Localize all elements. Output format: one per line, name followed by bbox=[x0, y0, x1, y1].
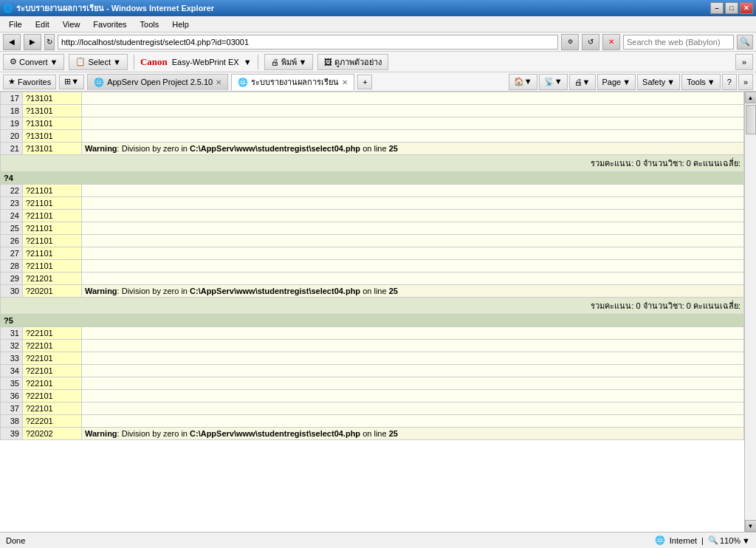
table-row: 36 ?22101 bbox=[1, 390, 744, 403]
print-button[interactable]: 🖨 พิมพ์ ▼ bbox=[264, 54, 314, 70]
close-button[interactable]: ✕ bbox=[740, 2, 753, 14]
row-number: 38 bbox=[1, 415, 23, 428]
row-data bbox=[82, 185, 744, 197]
row-code: ?22101 bbox=[23, 352, 82, 365]
zoom-arrow: ▼ bbox=[742, 536, 750, 545]
scroll-up-button[interactable]: ▲ bbox=[745, 92, 757, 103]
zoom-separator: | bbox=[701, 536, 704, 545]
row-number: 21 bbox=[1, 143, 23, 155]
easyweb-arrow[interactable]: ▼ bbox=[244, 58, 252, 66]
menu-view[interactable]: View bbox=[57, 18, 86, 30]
row-number: 18 bbox=[1, 105, 23, 117]
row-number: 34 bbox=[1, 365, 23, 377]
scroll-thumb[interactable] bbox=[746, 105, 756, 134]
print-label: พิมพ์ bbox=[281, 55, 297, 69]
view-toggle[interactable]: ⊞▼ bbox=[59, 75, 84, 89]
zoom-control[interactable]: 🔍 110% ▼ bbox=[708, 535, 750, 545]
help-button[interactable]: ? bbox=[722, 74, 737, 90]
convert-button[interactable]: ⚙ Convert ▼ bbox=[3, 54, 64, 70]
warning-text-3: Warning: Division by zero in C:\AppServ\… bbox=[85, 429, 398, 438]
table-row: 38 ?22201 bbox=[1, 415, 744, 428]
favorites-button[interactable]: ★ Favorites bbox=[3, 75, 56, 89]
row-number: 20 bbox=[1, 130, 23, 143]
table-row: 39 ?20202 Warning: Division by zero in C… bbox=[1, 428, 744, 440]
summary-text: รวมคะแนน: 0 จำนวนวิชา: 0 คะแนนเฉลี่ย: bbox=[1, 155, 744, 172]
preview-icon: 🖼 bbox=[324, 58, 332, 66]
tab-appserv-close[interactable]: ✕ bbox=[216, 78, 221, 86]
row-code: ?21101 bbox=[23, 235, 82, 247]
page-button[interactable]: Page ▼ bbox=[597, 74, 636, 90]
select-button[interactable]: 📋 Select ▼ bbox=[69, 54, 127, 70]
table-row: 19 ?13101 bbox=[1, 117, 744, 130]
row-number: 26 bbox=[1, 235, 23, 247]
search-go-button[interactable]: 🔍 bbox=[737, 35, 753, 49]
menu-tools[interactable]: Tools bbox=[134, 18, 165, 30]
tools-more-button[interactable]: » bbox=[735, 54, 753, 70]
table-row: 31 ?22101 bbox=[1, 327, 744, 340]
scrollbar-right[interactable]: ▲ ▼ bbox=[744, 92, 756, 532]
print-nav-button[interactable]: 🖨▼ bbox=[569, 74, 596, 90]
row-data bbox=[82, 235, 744, 247]
back-button[interactable]: ◀ bbox=[3, 34, 21, 50]
title-bar-controls: – □ ✕ bbox=[710, 2, 753, 14]
menu-help[interactable]: Help bbox=[166, 18, 195, 30]
select-icon: 📋 bbox=[75, 57, 86, 66]
minimize-button[interactable]: – bbox=[710, 2, 724, 14]
row-data bbox=[82, 130, 744, 143]
row-code: ?22101 bbox=[23, 377, 82, 390]
feeds-button[interactable]: 📡▼ bbox=[539, 74, 568, 90]
menu-favorites[interactable]: Favorites bbox=[87, 18, 132, 30]
row-code: ?21101 bbox=[23, 260, 82, 273]
table-content: 17 ?13101 18 ?13101 19 ?13101 20 ?13101 bbox=[0, 92, 744, 532]
row-code: ?22101 bbox=[23, 390, 82, 403]
tab-appserv[interactable]: 🌐 AppServ Open Project 2.5.10 ✕ bbox=[87, 74, 228, 90]
tab-regist-close[interactable]: ✕ bbox=[342, 78, 348, 86]
menu-edit[interactable]: Edit bbox=[30, 18, 55, 30]
stop-button[interactable]: ✕ bbox=[602, 34, 620, 50]
table-row: 21 ?13101 Warning: Division by zero in C… bbox=[1, 143, 744, 155]
table-row: 29 ?21201 bbox=[1, 273, 744, 285]
easyweb-label: Easy-WebPrint EX bbox=[172, 58, 239, 66]
convert-label: Convert bbox=[19, 58, 48, 66]
menu-file[interactable]: File bbox=[3, 18, 28, 30]
row-data bbox=[82, 117, 744, 130]
title-bar-text: ระบบรายงานผลการเรียน - Windows Internet … bbox=[16, 1, 214, 15]
row-data bbox=[82, 377, 744, 390]
refresh-button[interactable]: ↻ bbox=[44, 34, 55, 50]
row-data bbox=[82, 105, 744, 117]
row-data: Warning: Division by zero in C:\AppServ\… bbox=[82, 143, 744, 155]
tools-button[interactable]: Tools ▼ bbox=[681, 74, 721, 90]
safety-button[interactable]: Safety ▼ bbox=[637, 74, 680, 90]
title-bar-left: 🌐 ระบบรายงานผลการเรียน - Windows Interne… bbox=[3, 1, 214, 15]
row-number: 33 bbox=[1, 352, 23, 365]
row-code: ?21101 bbox=[23, 247, 82, 260]
scroll-down-button[interactable]: ▼ bbox=[745, 520, 757, 532]
row-code: ?13101 bbox=[23, 92, 82, 105]
row-data bbox=[82, 415, 744, 428]
tab-appserv-label: AppServ Open Project 2.5.10 bbox=[107, 78, 213, 86]
search-input[interactable] bbox=[623, 35, 734, 49]
preview-button[interactable]: 🖼 ดูภาพตัวอย่าง bbox=[317, 54, 388, 70]
section-header-2: ?5 bbox=[1, 315, 744, 327]
table-row: 17 ?13101 bbox=[1, 92, 744, 105]
row-code: ?13101 bbox=[23, 143, 82, 155]
canon-logo: Canon bbox=[140, 56, 168, 68]
row-code: ?21101 bbox=[23, 210, 82, 222]
table-row: 23 ?21101 bbox=[1, 197, 744, 210]
maximize-button[interactable]: □ bbox=[725, 2, 738, 14]
more-button[interactable]: » bbox=[738, 74, 753, 90]
go-button[interactable]: ⚙ bbox=[561, 34, 579, 50]
new-tab-button[interactable]: + bbox=[357, 75, 372, 89]
forward-button[interactable]: ▶ bbox=[24, 34, 41, 50]
summary-text-2: รวมคะแนน: 0 จำนวนวิชา: 0 คะแนนเฉลี่ย: bbox=[1, 298, 744, 315]
row-code: ?13101 bbox=[23, 117, 82, 130]
refresh-btn2[interactable]: ↺ bbox=[582, 34, 599, 50]
home-button[interactable]: 🏠▼ bbox=[509, 74, 537, 90]
table-row: 20 ?13101 bbox=[1, 130, 744, 143]
title-bar: 🌐 ระบบรายงานผลการเรียน - Windows Interne… bbox=[0, 0, 756, 16]
table-row: 37 ?22101 bbox=[1, 403, 744, 415]
row-data bbox=[82, 403, 744, 415]
row-number: 23 bbox=[1, 197, 23, 210]
address-input[interactable] bbox=[58, 35, 558, 49]
tab-regist[interactable]: 🌐 ระบบรายงานผลการเรียน ✕ bbox=[231, 74, 354, 90]
